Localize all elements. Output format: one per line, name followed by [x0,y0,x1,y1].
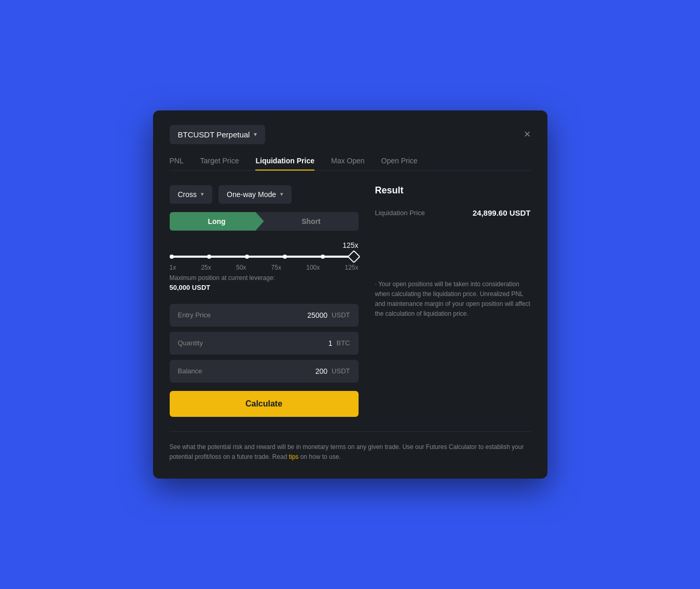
mode-controls: Cross ▾ One-way Mode ▾ [170,185,359,204]
margin-mode-chevron-icon: ▾ [201,191,204,198]
lever-label-1x: 1x [170,264,176,271]
left-panel: Cross ▾ One-way Mode ▾ Long Short 125x [170,185,359,417]
leverage-slider-track[interactable] [170,256,359,258]
slider-dot-1x [170,255,174,259]
result-note: · Your open positions will be taken into… [375,279,531,319]
quantity-value-group: BTC [291,339,350,347]
pair-chevron-icon: ▾ [254,131,257,138]
margin-mode-label: Cross [178,190,197,199]
slider-dot-75x [283,255,287,259]
slider-dot-100x [321,255,325,259]
lever-label-125x: 125x [345,264,358,271]
balance-label: Balance [178,367,202,375]
leverage-value: 125x [170,241,359,249]
liquidation-price-result-label: Liquidation Price [375,209,425,217]
modal-header: BTCUSDT Perpetual ▾ × [170,125,531,144]
quantity-label: Quantity [178,339,203,347]
tab-target-price[interactable]: Target Price [200,157,239,170]
entry-price-value-group: USDT [286,311,350,319]
result-title: Result [375,185,531,196]
tips-link[interactable]: tips [289,453,299,460]
tab-bar: PNL Target Price Liquidation Price Max O… [170,157,531,171]
max-position-section: Maximum position at current leverage: 50… [170,274,359,291]
right-panel: Result Liquidation Price 24,899.60 USDT … [375,185,531,417]
lever-label-75x: 75x [271,264,281,271]
slider-dot-25x [207,255,211,259]
position-mode-chevron-icon: ▾ [280,191,283,198]
calculate-button[interactable]: Calculate [170,391,359,417]
entry-price-label: Entry Price [178,311,211,319]
entry-price-input[interactable] [286,311,327,319]
balance-value-group: USDT [286,367,350,375]
tab-max-open[interactable]: Max Open [331,157,365,170]
lever-label-100x: 100x [306,264,320,271]
long-button[interactable]: Long [170,212,264,231]
pair-selector[interactable]: BTCUSDT Perpetual ▾ [170,125,266,144]
slider-labels: 1x 25x 50x 75x 100x 125x [170,264,359,271]
liquidation-price-result: Liquidation Price 24,899.60 USDT [375,208,531,217]
position-mode-dropdown[interactable]: One-way Mode ▾ [218,185,292,204]
pair-label: BTCUSDT Perpetual [178,130,250,139]
tab-pnl[interactable]: PNL [170,157,184,170]
balance-input[interactable] [286,367,327,375]
position-mode-label: One-way Mode [227,190,276,199]
slider-thumb[interactable] [347,250,360,263]
entry-price-field[interactable]: Entry Price USDT [170,304,359,327]
main-content: Cross ▾ One-way Mode ▾ Long Short 125x [170,185,531,417]
footer-section: See what the potential risk and reward w… [170,431,531,462]
lever-label-50x: 50x [236,264,246,271]
long-short-toggle: Long Short [170,212,359,231]
quantity-unit: BTC [337,339,350,347]
slider-dot-50x [245,255,249,259]
footer-text-before: See what the potential risk and reward w… [170,443,524,460]
calculator-modal: BTCUSDT Perpetual ▾ × PNL Target Price L… [153,110,547,479]
quantity-field[interactable]: Quantity BTC [170,332,359,355]
tab-open-price[interactable]: Open Price [381,157,418,170]
quantity-input[interactable] [291,339,333,347]
max-position-label: Maximum position at current leverage: [170,274,359,282]
liquidation-price-result-value: 24,899.60 USDT [473,208,531,217]
short-button[interactable]: Short [264,212,359,231]
max-position-value: 50,000 USDT [170,284,359,291]
margin-mode-dropdown[interactable]: Cross ▾ [170,185,213,204]
leverage-section: 125x 1x 25x 50x 75x 100x 125x [170,241,359,291]
close-button[interactable]: × [524,129,531,140]
footer-text-after: on how to use. [298,453,340,460]
entry-price-unit: USDT [332,311,350,319]
tab-liquidation-price[interactable]: Liquidation Price [255,157,314,170]
lever-label-25x: 25x [201,264,211,271]
balance-field[interactable]: Balance USDT [170,360,359,383]
balance-unit: USDT [332,367,350,375]
